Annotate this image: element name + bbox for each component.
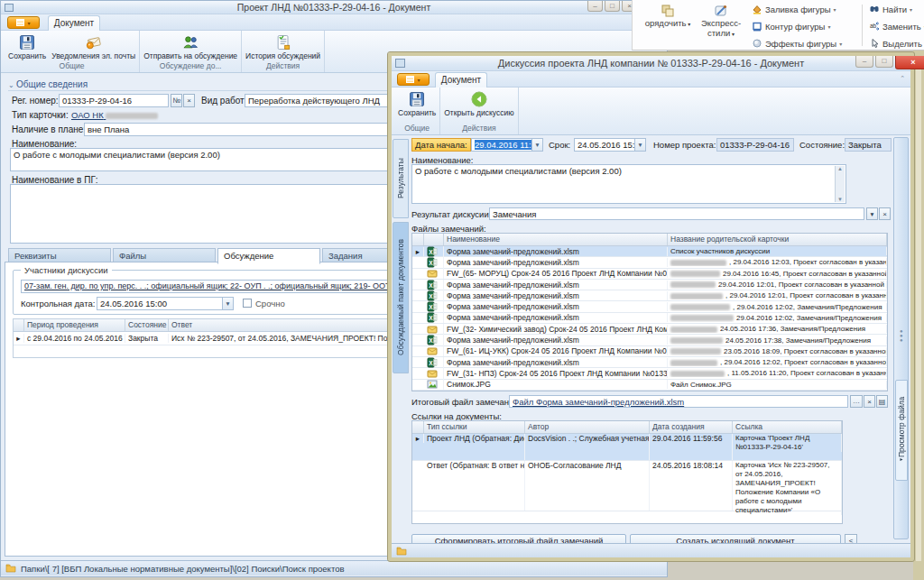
ribbon-button[interactable]: История обсуждений	[244, 32, 322, 60]
minimize-ribbon-icon[interactable]: ⌃	[900, 75, 905, 82]
ribbon-button[interactable]: Уведомления эл. почты	[50, 32, 137, 60]
word-menu-item[interactable]: Эффекты фигуры▾	[752, 38, 858, 49]
column-header[interactable]: Дата создания	[650, 421, 733, 433]
final-file-open-button[interactable]: ▤	[876, 395, 888, 408]
tab-3[interactable]: Обсуждение	[217, 248, 320, 264]
final-file-browse-button[interactable]: …	[850, 395, 863, 408]
file-name-cell: Форма замечаний-предложений.xlsm	[444, 302, 668, 311]
table-row[interactable]: FW_(32- Химический завод) Срок-24 05 201…	[412, 324, 887, 335]
start-date-field[interactable]: 29.04.2016 11:59 ▼	[471, 138, 543, 152]
table-row[interactable]: XФорма замечаний-предложений.xlsm, 29.04…	[412, 357, 887, 368]
chevron-down-icon[interactable]: ▼	[222, 298, 233, 309]
tab-document[interactable]: Документ	[48, 15, 100, 31]
file-name-cell: Форма замечаний-предложений.xlsm	[444, 281, 668, 290]
arrange-button[interactable]: орядочить ▾	[642, 4, 694, 49]
send-discussion-icon	[181, 33, 199, 51]
final-file-link[interactable]: Файл Форма замечаний-предложений.xlsm	[513, 397, 684, 407]
table-row[interactable]: Ответ (Обратная: В ответ на)ОНОБ-Согласо…	[412, 461, 842, 511]
svg-text:X: X	[429, 248, 433, 254]
final-file-field[interactable]: Файл Форма замечаний-предложений.xlsm	[509, 395, 848, 408]
reg-number-field[interactable]: 01333-Р-29-04-16	[59, 94, 169, 107]
ribbon-button[interactable]: Сохранить	[6, 32, 48, 60]
chevron-down-icon: ▾	[687, 22, 691, 27]
project-window-titlebar[interactable]: Проект ЛНД №01333-Р-29-04-16 - Документ …	[1, 1, 667, 14]
maximize-button[interactable]: □	[875, 56, 893, 68]
table-row[interactable]: XФорма замечаний-предложений.xlsm29.04.2…	[412, 280, 887, 290]
minimize-button[interactable]: –	[855, 56, 873, 68]
maximize-button[interactable]: □	[605, 1, 620, 12]
tab-document[interactable]: Документ	[435, 72, 487, 87]
table-row[interactable]: XФорма замечаний-предложений.xlsm29.04.2…	[412, 313, 887, 324]
parent-card-cell: , 29.04.2016 12:02, Замечания/Предложени…	[668, 303, 887, 311]
column-header[interactable]: Тип ссылки	[424, 421, 525, 433]
column-header[interactable]: Ссылка	[733, 421, 842, 433]
column-header[interactable]	[14, 319, 24, 331]
minimize-button[interactable]: –	[587, 1, 603, 12]
column-header[interactable]: Автор	[525, 421, 650, 433]
table-row[interactable]: XФорма замечаний-предложений.xlsm, 29.04…	[412, 257, 887, 268]
link-cell: Карточка 'Проект ЛНД №01333-Р-29-04-16'	[733, 434, 842, 452]
table-row[interactable]: ▸XФорма замечаний-предложений.xlsmСписок…	[412, 246, 887, 257]
result-dropdown-button[interactable]: ▼	[866, 207, 878, 220]
column-header[interactable]: Состояние	[125, 319, 169, 331]
preview-file-tab[interactable]: ◂ Просмотр файла	[895, 380, 908, 481]
reg-number-lookup-button[interactable]: №	[171, 94, 182, 107]
table-row[interactable]: Снимок.JPGФайл Снимок.JPG	[412, 380, 887, 391]
table-row[interactable]: ▸Проект ЛНД (Обратная: Дискуссия)DocsVis…	[412, 434, 842, 461]
app-menu-button[interactable]: ▾	[397, 73, 430, 86]
redacted-text	[670, 327, 717, 333]
chevron-down-icon[interactable]: ▼	[531, 139, 542, 151]
close-button[interactable]: ×	[895, 56, 924, 69]
table-row[interactable]: FW_(61- ИЦ-УКК) Срок-24 05 2016 Проект Л…	[412, 346, 887, 357]
column-header[interactable]: Период проведения	[24, 319, 125, 331]
quick-styles-button[interactable]: Экспресс-стили ▾	[696, 4, 746, 49]
ribbon-button[interactable]: Сохранить	[396, 88, 438, 117]
column-header[interactable]	[412, 421, 424, 433]
tab-2[interactable]: Файлы	[113, 248, 216, 262]
urgent-checkbox[interactable]	[243, 299, 252, 308]
ribbon-button-label: История обсуждений	[245, 52, 320, 60]
table-row[interactable]: XФорма замечаний-предложений.xlsm, 29.04…	[412, 290, 887, 301]
table-row[interactable]: XФорма замечаний-предложений.xlsm24.05.2…	[412, 335, 887, 345]
result-clear-button[interactable]: ×	[879, 207, 891, 220]
word-menu-item[interactable]: abЗаменить▾	[869, 21, 923, 32]
row-marker: ▸	[14, 334, 24, 343]
word-menu-item[interactable]: Выделить▾	[869, 38, 923, 49]
tab-1[interactable]: Реквизиты	[8, 248, 111, 262]
reg-number-clear-button[interactable]: ×	[183, 94, 195, 107]
file-type-cell	[424, 379, 444, 390]
preview-splitter[interactable]: ●●● ◂ Просмотр файла	[893, 137, 909, 539]
scroll-up-icon[interactable]: ▲	[837, 166, 843, 171]
discussion-window-titlebar[interactable]: Дискуссия проекта ЛНД компании № 01333-Р…	[392, 56, 910, 71]
chevron-collapse-icon[interactable]: ⌄	[8, 81, 16, 89]
word-menu-item[interactable]: Контур фигуры▾	[752, 21, 858, 32]
chevron-down-icon[interactable]: ▼	[634, 139, 645, 151]
scrollbar[interactable]: ▲▼	[835, 166, 845, 202]
table-row[interactable]: FW_(31- НПЗ) Срок-24 05 2016 Проект ЛНД …	[412, 368, 887, 379]
word-menu-item[interactable]: Заливка фигуры▾	[752, 4, 858, 14]
name-field[interactable]: О работе с молодыми специалистами (верси…	[411, 164, 846, 204]
tab-document-label: Документ	[54, 18, 94, 28]
result-field[interactable]: Замечания	[489, 207, 864, 220]
final-file-clear-button[interactable]: ×	[864, 395, 875, 408]
column-header[interactable]	[412, 234, 424, 245]
open-discussion-icon	[470, 90, 488, 108]
ribbon-button[interactable]: Отправить на обсуждение	[142, 32, 239, 60]
table-row[interactable]: FW_(65- МОРУЦ) Срок-24 05 2016 Проект ЛН…	[412, 269, 887, 280]
side-tab-discussed-package[interactable]: Обсуждаемый пакет документов	[393, 222, 409, 373]
parent-card-cell: , 11.05.2016 11:20, Проект согласован в …	[668, 369, 887, 377]
side-tab-results[interactable]: Результаты	[393, 139, 409, 218]
word-menu-item[interactable]: Найти▾	[869, 4, 923, 14]
scroll-down-icon[interactable]: ▼	[837, 197, 843, 202]
column-header[interactable]: Наименование	[444, 234, 668, 245]
table-row[interactable]: XФорма замечаний-предложений.xlsm, 29.04…	[412, 301, 887, 312]
column-header[interactable]	[424, 234, 444, 245]
project-window-icon	[5, 4, 14, 12]
column-header[interactable]: Название родительской карточки	[668, 234, 887, 245]
app-menu-button[interactable]: ▾	[7, 16, 40, 29]
control-date-field[interactable]: 24.05.2016 15:00 ▼	[97, 297, 234, 310]
ribbon-button[interactable]: Открыть дискуссию	[442, 88, 515, 117]
folder-icon	[396, 546, 407, 557]
due-field[interactable]: 24.05.2016 15:00 ▼	[574, 138, 646, 152]
card-type-link[interactable]: ОАО НК	[71, 110, 161, 120]
